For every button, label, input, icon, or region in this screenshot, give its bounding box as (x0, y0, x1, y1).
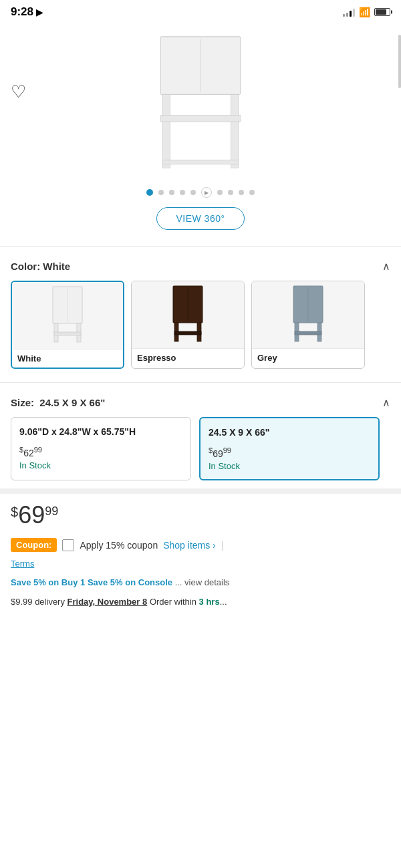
wifi-icon: 📶 (359, 7, 370, 17)
dot-10[interactable] (249, 190, 255, 195)
svg-rect-10 (54, 332, 81, 335)
status-time: 9:28 ▶ (11, 5, 43, 19)
delivery-prefix: $9.99 delivery (11, 597, 68, 607)
save-main: Save 5% on Buy 1 Save 5% on Console (11, 577, 172, 587)
size-dims-small: 9.06"D x 24.8"W x 65.75"H (19, 426, 182, 439)
price-dollar: $ (11, 504, 18, 520)
size-price-cents-small: 99 (34, 446, 42, 454)
size-price-small: $6299 (19, 446, 182, 458)
size-price-whole-small: 62 (23, 447, 34, 458)
delivery-row: $9.99 delivery Friday, November 8 Order … (0, 591, 401, 612)
signal-bars (343, 7, 355, 17)
dot-9[interactable] (239, 190, 244, 195)
signal-bar-1 (343, 14, 345, 17)
dot-2[interactable] (158, 190, 164, 195)
delivery-time: 3 hrs (199, 597, 220, 607)
coupon-shop-link[interactable]: Shop items › (163, 540, 216, 551)
size-price-whole-large: 69 (213, 448, 223, 458)
dot-1[interactable] (146, 189, 153, 196)
svg-rect-20 (295, 331, 321, 335)
color-section: Color: White ∧ White (0, 252, 401, 377)
delivery-date: Friday, November 8 (68, 597, 148, 607)
dot-7[interactable] (217, 190, 223, 195)
dot-4[interactable] (180, 190, 185, 195)
main-price: $ 69 99 (11, 503, 390, 527)
svg-rect-5 (162, 160, 238, 164)
delivery-text: $9.99 delivery Friday, November 8 Order … (11, 597, 390, 607)
scrollbar (398, 35, 401, 88)
view360-button[interactable]: VIEW 360° (156, 207, 244, 230)
size-stock-small: In Stock (19, 460, 182, 470)
product-image (120, 28, 281, 182)
product-image-section: ♡ ▶ VIEW 360° (0, 21, 401, 241)
delivery-trailing: ... (220, 597, 227, 607)
svg-rect-15 (174, 331, 201, 335)
thick-divider (0, 488, 401, 494)
color-option-grey[interactable]: Grey (251, 281, 365, 369)
signal-bar-4 (353, 9, 355, 17)
section-divider-2 (0, 382, 401, 383)
color-option-espresso[interactable]: Espresso (131, 281, 245, 369)
terms-row: Terms (0, 557, 401, 573)
delivery-suffix: Order within (147, 597, 198, 607)
size-option-large[interactable]: 24.5 X 9 X 66" $6999 In Stock (199, 417, 380, 480)
price-section: $ 69 99 (0, 494, 401, 533)
size-price-large: $6999 (209, 446, 370, 459)
size-chevron[interactable]: ∧ (382, 396, 390, 409)
color-chevron[interactable]: ∧ (382, 260, 390, 273)
location-icon: ▶ (36, 7, 43, 17)
wishlist-button[interactable]: ♡ (11, 82, 26, 102)
color-image-grey (252, 281, 364, 348)
svg-rect-4 (160, 116, 240, 122)
signal-bar-3 (350, 11, 352, 17)
color-label: Color: White (11, 261, 70, 272)
size-dims-large: 24.5 X 9 X 66" (209, 426, 370, 440)
image-dots-nav[interactable]: ▶ (146, 187, 255, 198)
dot-8[interactable] (228, 190, 233, 195)
color-options: White Espresso (11, 281, 390, 369)
status-bar: 9:28 ▶ 📶 (0, 0, 401, 21)
color-image-espresso (132, 281, 244, 348)
size-stock-large: In Stock (209, 461, 370, 471)
color-image-white (12, 282, 123, 349)
dot-play[interactable]: ▶ (201, 187, 212, 198)
price-whole: 69 (18, 503, 45, 527)
size-price-cents-large: 99 (223, 446, 231, 454)
time-display: 9:28 (11, 5, 33, 19)
coupon-checkbox[interactable] (62, 539, 74, 551)
color-section-header: Color: White ∧ (11, 260, 390, 273)
dot-5[interactable] (190, 190, 196, 195)
dot-3[interactable] (169, 190, 174, 195)
color-option-white[interactable]: White (11, 281, 124, 369)
coupon-divider: | (221, 540, 224, 551)
coupon-row: Coupon: Apply 15% coupon Shop items › | (0, 533, 401, 557)
battery-icon (374, 8, 390, 16)
save-text: Save 5% on Buy 1 Save 5% on Console ... … (11, 577, 390, 587)
signal-bar-2 (346, 13, 348, 17)
coupon-apply-text: Apply 15% coupon (80, 540, 158, 551)
terms-link[interactable]: Terms (11, 559, 34, 569)
battery-fill (376, 9, 386, 15)
color-label-white: White (12, 349, 123, 368)
size-section-header: Size: 24.5 X 9 X 66" ∧ (11, 396, 390, 409)
size-section: Size: 24.5 X 9 X 66" ∧ 9.06"D x 24.8"W x… (0, 388, 401, 488)
section-divider-1 (0, 246, 401, 247)
size-option-small[interactable]: 9.06"D x 24.8"W x 65.75"H $6299 In Stock (11, 417, 191, 480)
save-suffix[interactable]: ... view details (172, 577, 229, 587)
color-label-espresso: Espresso (132, 348, 244, 367)
size-options: 9.06"D x 24.8"W x 65.75"H $6299 In Stock… (11, 417, 390, 480)
size-label: Size: 24.5 X 9 X 66" (11, 397, 105, 408)
price-frac: 99 (45, 504, 58, 519)
status-icons: 📶 (343, 7, 390, 17)
coupon-badge: Coupon: (11, 538, 57, 552)
color-label-grey: Grey (252, 348, 364, 367)
save-banner: Save 5% on Buy 1 Save 5% on Console ... … (0, 573, 401, 591)
